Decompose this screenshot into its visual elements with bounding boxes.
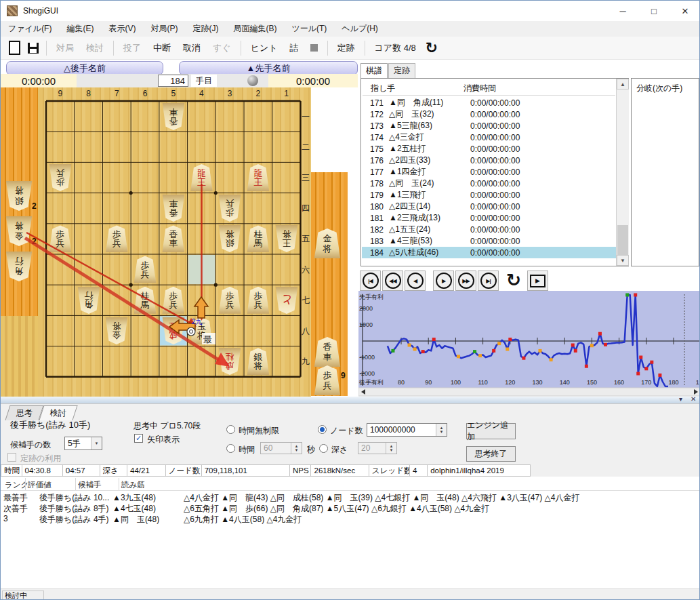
- kifu-move-row-183[interactable]: 183▲4三龍(53)0:00/00:00:00: [362, 235, 617, 247]
- toolbar-button-すぐ[interactable]: すぐ: [207, 39, 237, 57]
- rank-label: 一: [302, 112, 310, 121]
- refresh-analysis-icon[interactable]: ↻: [503, 269, 524, 291]
- gote-clock: 0:00:00: [1, 74, 77, 87]
- mate-result-text: 後手勝ち(詰み 10手): [10, 419, 90, 431]
- menu-item-7[interactable]: ヘルプ(H): [334, 21, 386, 37]
- pv-row-2[interactable]: 次善手後手勝ち(詰み 8手)▲4七玉(48)△6五角打 ▲同 歩(66) △同 …: [1, 502, 700, 513]
- eval-marker: [636, 372, 640, 376]
- depth-radio[interactable]: [319, 444, 328, 453]
- scroll-down-icon[interactable]: ▼: [617, 255, 629, 266]
- svg-text:先手有利: 先手有利: [359, 294, 384, 300]
- kifu-move-row-172[interactable]: 172△同 玉(32)0:00/00:00:00: [362, 108, 617, 120]
- eval-marker: [550, 358, 553, 361]
- nav-first-button[interactable]: |◀: [360, 271, 381, 291]
- kifu-move-row-178[interactable]: 178△同 玉(24)0:00/00:00:00: [362, 178, 617, 189]
- tab-kifu[interactable]: 棋譜: [361, 63, 388, 78]
- save-icon[interactable]: [25, 40, 41, 56]
- nav-prev-button[interactable]: ◀: [405, 271, 426, 291]
- kifu-scrollbar[interactable]: ▲ ▼: [616, 79, 629, 266]
- evaluation-chart[interactable]: 20001000-1000-20008090100110120130140150…: [358, 291, 700, 397]
- close-button[interactable]: ✕: [670, 1, 700, 21]
- engine-status-cell-6: 709,118,101: [202, 464, 290, 477]
- menu-item-5[interactable]: 局面編集(B): [226, 21, 284, 37]
- unlimited-time-label: 時間無制限: [239, 425, 279, 437]
- toolbar-button-投了[interactable]: 投了: [117, 39, 147, 57]
- book-checkbox[interactable]: [7, 453, 16, 462]
- add-engine-button[interactable]: エンジン追加: [466, 423, 516, 439]
- new-file-icon[interactable]: [6, 40, 22, 56]
- menu-item-6[interactable]: ツール(T): [284, 21, 334, 37]
- multipv-select[interactable]: 5手▼: [64, 437, 102, 450]
- pv-header-2[interactable]: 候補手: [78, 480, 102, 490]
- svg-text:160: 160: [614, 379, 624, 386]
- nav-last-button[interactable]: ▶|: [478, 271, 499, 291]
- toolbar-button-ヒント[interactable]: ヒント: [245, 39, 284, 57]
- toolbar: 対局検討投了中断取消すぐヒント詰定跡コア数 4/8↻: [1, 37, 700, 60]
- eval-marker: [432, 338, 436, 341]
- pv-header-separator: [25, 478, 26, 490]
- scrollbar-thumb[interactable]: [617, 225, 628, 255]
- refresh-icon[interactable]: ↻: [424, 40, 440, 56]
- toolbar-button-定跡[interactable]: 定跡: [331, 39, 361, 57]
- sente-name-button[interactable]: ▲先手名前: [179, 61, 358, 75]
- toolbar-button-検討[interactable]: 検討: [80, 39, 110, 57]
- pv-header-1[interactable]: 評価値: [28, 480, 52, 490]
- nav-next-button[interactable]: ▶: [433, 271, 454, 291]
- nav-prev10-button[interactable]: ◀◀: [382, 271, 403, 291]
- time-radio[interactable]: [226, 444, 235, 453]
- eval-marker: [391, 349, 394, 353]
- rank-label: 二: [302, 142, 310, 152]
- stop-thinking-button[interactable]: 思考終了: [466, 446, 516, 462]
- file-label: 6: [143, 89, 148, 98]
- title-bar: ShogiGUI ─ □ ✕: [1, 1, 700, 21]
- move-number-input[interactable]: 184: [158, 75, 188, 87]
- kifu-move-row-173[interactable]: 173▲5三龍(63)0:00/00:00:00: [362, 120, 617, 132]
- pv-row-1[interactable]: 最善手後手勝ち(詰み 10...▲3九玉(48)△4八金打 ▲同 龍(43) △…: [1, 492, 700, 502]
- nav-next10-button[interactable]: ▶▶: [455, 271, 476, 291]
- pv-row-3[interactable]: 3後手勝ち(詰み 4手)▲同 玉(48)△6九角打 ▲4八玉(58) △4九金打: [1, 513, 700, 524]
- kifu-move-row-180[interactable]: 180△2四玉(14)0:00/00:00:00: [362, 201, 617, 212]
- panel-divider[interactable]: ▾ ✕: [1, 397, 700, 403]
- kifu-move-row-177[interactable]: 177▲1四金打0:00/00:00:00: [362, 166, 617, 178]
- tab-thinking[interactable]: 思考: [5, 405, 43, 420]
- scroll-up-icon[interactable]: ▲: [617, 79, 629, 89]
- kifu-move-row-174[interactable]: 174△4三金打0:00/00:00:00: [362, 132, 617, 143]
- nodes-radio[interactable]: [318, 425, 327, 434]
- toolbar-button-対局[interactable]: 対局: [50, 39, 80, 57]
- collapse-panel-icon[interactable]: ▾: [679, 395, 682, 403]
- pv-header-3[interactable]: 読み筋: [121, 480, 145, 490]
- nodes-input[interactable]: 1000000000▲▼: [367, 423, 447, 437]
- close-panel-icon[interactable]: ✕: [691, 395, 696, 403]
- depth-label: 深さ: [331, 444, 348, 456]
- kifu-move-row-181[interactable]: 181▲2三飛成(13)0:00/00:00:00: [362, 212, 617, 224]
- minimize-button[interactable]: ─: [607, 1, 638, 21]
- kifu-move-row-179[interactable]: 179▲1三飛打0:00/00:00:00: [362, 189, 617, 201]
- depth-input[interactable]: 20▲▼: [358, 442, 397, 454]
- toolbar-button-取消[interactable]: 取消: [177, 39, 207, 57]
- tab-analysis[interactable]: 検討: [39, 405, 77, 420]
- menu-item-0[interactable]: ファイル(F): [1, 21, 59, 37]
- menu-item-2[interactable]: 表示(V): [101, 21, 143, 37]
- menu-item-4[interactable]: 定跡(J): [185, 21, 226, 37]
- kifu-move-row-176[interactable]: 176△2四玉(33)0:00/00:00:00: [362, 155, 617, 166]
- kifu-move-row-171[interactable]: 171▲同 角成(11)0:00/00:00:00: [362, 97, 617, 108]
- kifu-move-row-182[interactable]: 182△1五玉(24)0:00/00:00:00: [362, 224, 617, 235]
- file-label: 5: [171, 89, 176, 98]
- toolbar-button-詰[interactable]: 詰: [284, 39, 305, 57]
- stop-icon[interactable]: [306, 40, 323, 56]
- menu-item-3[interactable]: 対局(P): [143, 21, 185, 37]
- gote-name-button[interactable]: △後手名前: [6, 61, 163, 75]
- menu-item-1[interactable]: 編集(E): [59, 21, 101, 37]
- unlimited-time-radio[interactable]: [226, 425, 235, 434]
- arrow-display-checkbox[interactable]: ✓: [134, 434, 143, 443]
- play-button[interactable]: ▶: [527, 271, 548, 291]
- toolbar-separator: [365, 41, 365, 56]
- kifu-list[interactable]: 指し手 消費時間 171▲同 角成(11)0:00/00:00:00172△同 …: [361, 78, 629, 266]
- time-input[interactable]: 60▲▼: [260, 442, 302, 454]
- maximize-button[interactable]: □: [638, 1, 670, 21]
- spinner-arrows-icon[interactable]: ▲▼: [436, 424, 447, 436]
- kifu-move-row-175[interactable]: 175▲2五桂打0:00/00:00:00: [362, 143, 617, 155]
- toolbar-button-中断[interactable]: 中断: [147, 39, 177, 57]
- kifu-move-row-184[interactable]: 184△5八桂成(46)0:00/00:00:00: [362, 247, 617, 258]
- tab-joseki[interactable]: 定跡: [388, 63, 415, 78]
